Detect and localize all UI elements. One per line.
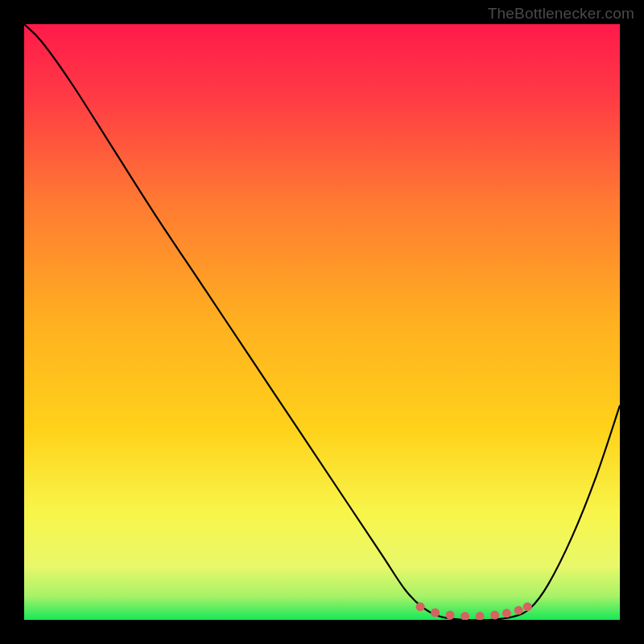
optimal-marker <box>416 602 425 611</box>
bottleneck-chart <box>24 24 620 620</box>
watermark-text: TheBottlenecker.com <box>488 5 634 23</box>
optimal-marker <box>523 602 532 611</box>
optimal-marker <box>446 611 455 620</box>
optimal-marker <box>502 609 511 617</box>
optimal-marker <box>490 611 499 620</box>
chart-background-gradient <box>24 24 620 620</box>
optimal-marker <box>514 606 523 615</box>
optimal-marker <box>431 609 440 617</box>
